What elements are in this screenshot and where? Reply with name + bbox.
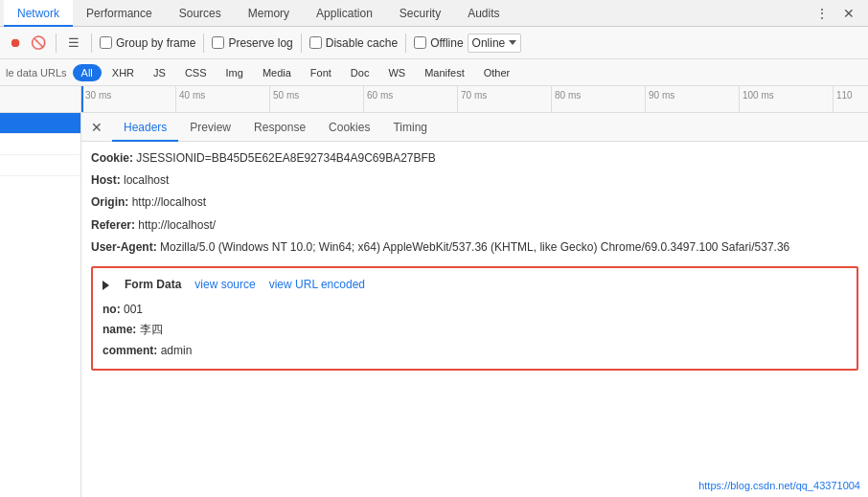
form-field-no-value: 001 (124, 303, 143, 316)
toolbar-separator-2 (91, 34, 92, 53)
form-data-triangle-icon (103, 281, 109, 290)
header-host-val: localhost (124, 173, 169, 187)
tick-110: 110 (833, 86, 853, 113)
disable-cache-label[interactable]: Disable cache (309, 36, 398, 50)
detail-content: Cookie: JSESSIONID=BB45D5E62EA8E92734B4A… (81, 142, 868, 497)
network-item-2[interactable] (0, 155, 80, 176)
offline-text: Offline (430, 36, 463, 50)
form-data-title: Form Data (125, 276, 181, 294)
header-useragent-val: Mozilla/5.0 (Windows NT 10.0; Win64; x64… (160, 240, 789, 254)
header-referer-row: Referer: http://localhost/ (91, 215, 858, 237)
filter-icon[interactable]: ☰ (64, 34, 83, 53)
tab-audits[interactable]: Audits (454, 0, 513, 27)
form-data-view-source[interactable]: view source (194, 276, 255, 294)
online-label: Online (472, 36, 506, 50)
detail-tab-headers[interactable]: Headers (112, 113, 178, 142)
clear-icon[interactable]: 🚫 (29, 34, 48, 53)
preserve-log-label[interactable]: Preserve log (212, 36, 292, 50)
tab-sources[interactable]: Sources (166, 0, 235, 27)
hide-data-urls-text: le data URLs (6, 67, 71, 79)
preserve-log-text: Preserve log (228, 36, 292, 50)
tick-70ms: 70 ms (457, 86, 487, 113)
top-tab-bar: Network Performance Sources Memory Appli… (0, 0, 868, 27)
tick-80ms: 80 ms (551, 86, 581, 113)
group-by-frame-checkbox[interactable] (100, 36, 112, 49)
toolbar-separator-5 (405, 34, 406, 53)
header-useragent-row: User-Agent: Mozilla/5.0 (Windows NT 10.0… (91, 237, 858, 259)
disable-cache-text: Disable cache (326, 36, 398, 50)
detail-panel: ✕ Headers Preview Response Cookies Timin… (81, 113, 868, 497)
filter-xhr[interactable]: XHR (103, 64, 143, 81)
top-tab-icons: ⋮ ✕ (811, 2, 864, 25)
toolbar-separator-3 (203, 34, 204, 53)
form-field-no-key: no: (103, 303, 121, 316)
form-data-section: Form Data view source view URL encoded n… (91, 266, 858, 371)
filter-font[interactable]: Font (302, 64, 340, 81)
tab-performance[interactable]: Performance (73, 0, 166, 27)
tab-network[interactable]: Network (4, 0, 73, 27)
network-item-1[interactable] (0, 134, 80, 155)
form-field-comment-value: admin (161, 344, 193, 357)
dropdown-arrow-icon (509, 40, 516, 45)
form-row-no: no: 001 (103, 300, 847, 320)
form-data-header: Form Data view source view URL encoded (103, 276, 847, 294)
filter-row: le data URLs All XHR JS CSS Img Media Fo… (0, 59, 868, 86)
offline-checkbox[interactable] (414, 36, 426, 49)
timeline-header: 30 ms 40 ms 50 ms 60 ms 70 ms 80 ms 90 m… (0, 86, 868, 113)
more-options-icon[interactable]: ⋮ (811, 2, 834, 25)
detail-tab-bar: ✕ Headers Preview Response Cookies Timin… (81, 113, 868, 142)
header-host-row: Host: localhost (91, 169, 858, 192)
form-row-name: name: 李四 (103, 320, 847, 340)
filter-doc[interactable]: Doc (342, 64, 378, 81)
group-by-frame-label[interactable]: Group by frame (100, 36, 195, 50)
filter-manifest[interactable]: Manifest (416, 64, 473, 81)
form-data-view-url-encoded[interactable]: view URL encoded (269, 276, 365, 294)
network-list (0, 113, 81, 497)
tick-30ms: 30 ms (81, 86, 111, 113)
toolbar-separator-1 (56, 34, 57, 53)
header-useragent-key: User-Agent: (91, 240, 160, 254)
header-host-key: Host: (91, 173, 124, 187)
close-devtools-icon[interactable]: ✕ (837, 2, 860, 25)
header-referer-key: Referer: (91, 218, 138, 232)
detail-tab-cookies[interactable]: Cookies (317, 113, 381, 142)
filter-ws[interactable]: WS (379, 64, 414, 81)
detail-tab-timing[interactable]: Timing (381, 113, 439, 142)
filter-img[interactable]: Img (217, 64, 252, 81)
record-icon[interactable]: ⏺ (6, 34, 25, 53)
tick-50ms: 50 ms (269, 86, 299, 113)
tick-40ms: 40 ms (175, 86, 205, 113)
filter-other[interactable]: Other (475, 64, 519, 81)
bottom-link[interactable]: https://blog.csdn.net/qq_43371004 (698, 478, 860, 495)
tick-60ms: 60 ms (363, 86, 393, 113)
preserve-log-checkbox[interactable] (212, 36, 224, 49)
form-field-comment-key: comment: (103, 344, 157, 357)
filter-css[interactable]: CSS (176, 64, 216, 81)
filter-media[interactable]: Media (254, 64, 300, 81)
header-cookie-val: JSESSIONID=BB45D5E62EA8E92734B4A9C69BA27… (136, 151, 436, 165)
detail-tab-preview[interactable]: Preview (178, 113, 242, 142)
tab-security[interactable]: Security (386, 0, 454, 27)
tab-application[interactable]: Application (303, 0, 386, 27)
filter-js[interactable]: JS (145, 64, 174, 81)
header-cookie-row: Cookie: JSESSIONID=BB45D5E62EA8E92734B4A… (91, 147, 858, 169)
disable-cache-checkbox[interactable] (309, 36, 322, 49)
tick-100ms: 100 ms (739, 86, 774, 113)
filter-all[interactable]: All (73, 64, 102, 81)
network-item-selected[interactable] (0, 113, 80, 134)
form-field-name-key: name: (103, 323, 136, 336)
timeline-cursor (81, 86, 83, 113)
network-throttle-select[interactable]: Online (468, 34, 522, 53)
timeline-gutter (0, 86, 81, 113)
form-field-name-value: 李四 (140, 323, 163, 336)
header-origin-row: Origin: http://localhost (91, 192, 858, 214)
group-by-frame-text: Group by frame (116, 36, 195, 50)
detail-close-icon[interactable]: ✕ (87, 118, 106, 137)
network-toolbar: ⏺ 🚫 ☰ Group by frame Preserve log Disabl… (0, 27, 868, 59)
tab-memory[interactable]: Memory (235, 0, 303, 27)
detail-tab-response[interactable]: Response (242, 113, 317, 142)
header-origin-val: http://localhost (132, 195, 206, 209)
header-referer-val: http://localhost/ (138, 218, 216, 232)
offline-label[interactable]: Offline (414, 36, 463, 50)
form-row-comment: comment: admin (103, 341, 847, 361)
